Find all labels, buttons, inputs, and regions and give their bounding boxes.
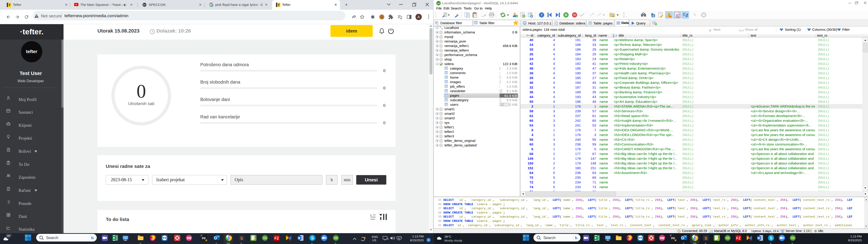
svg-text:US: US	[372, 239, 376, 242]
svg-text:8/15/2023: 8/15/2023	[410, 239, 424, 242]
svg-text:0x: 0x	[677, 15, 680, 18]
svg-text:a: a	[653, 14, 654, 18]
svg-text:Mostly cloudy: Mostly cloudy	[444, 239, 462, 242]
svg-text:T: T	[278, 3, 280, 7]
svg-text:b: b	[575, 236, 578, 240]
svg-text:A: A	[613, 35, 615, 37]
svg-text:Search: Search	[544, 236, 556, 240]
svg-text:b: b	[91, 236, 94, 240]
svg-text:26°: 26°	[6, 234, 11, 238]
svg-text:4: 4	[428, 239, 429, 241]
svg-text:8/15/2023: 8/15/2023	[848, 239, 862, 242]
svg-text:Search: Search	[46, 236, 58, 240]
svg-text:?: ?	[541, 13, 542, 17]
svg-text:1:13 PM: 1:13 PM	[412, 235, 424, 238]
svg-text:1:13 PM: 1:13 PM	[850, 235, 862, 238]
svg-text:HS: HS	[437, 2, 440, 4]
svg-text:ENG: ENG	[372, 236, 378, 239]
svg-text:T: T	[8, 3, 10, 7]
svg-text:26°C: 26°C	[444, 235, 451, 238]
